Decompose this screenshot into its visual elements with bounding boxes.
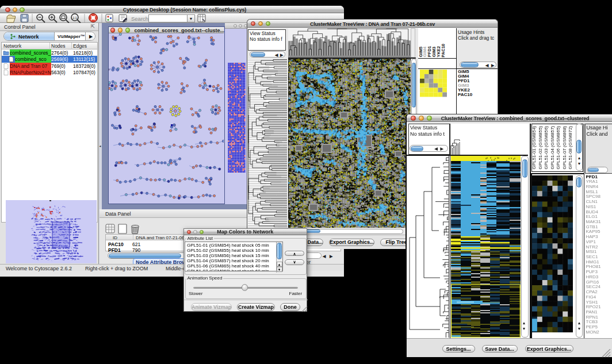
svg-text:1:1: 1:1 bbox=[72, 16, 77, 20]
